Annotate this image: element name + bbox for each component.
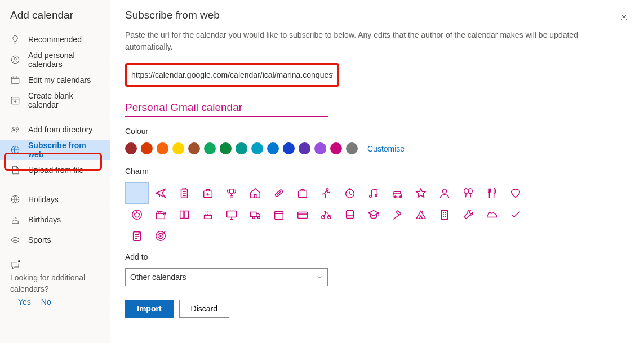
import-button[interactable]: Import — [125, 300, 174, 318]
colour-swatch[interactable] — [172, 142, 184, 154]
charm-trophy[interactable] — [220, 182, 243, 204]
charm-clock[interactable] — [338, 182, 362, 204]
svg-point-8 — [11, 238, 19, 243]
colour-swatch[interactable] — [157, 142, 168, 154]
colour-swatch[interactable] — [125, 142, 137, 154]
charm-music[interactable] — [362, 182, 385, 204]
charm-monitor[interactable] — [220, 204, 243, 225]
svg-rect-22 — [298, 212, 308, 218]
globe2-icon — [10, 194, 20, 204]
charm-calendar[interactable] — [267, 204, 291, 225]
svg-point-4 — [13, 127, 16, 130]
charm-star[interactable] — [409, 182, 433, 204]
sidebar-item-label: Holidays — [28, 195, 59, 204]
calendar-url-input[interactable] — [128, 66, 336, 84]
sidebar-item-label: Recommended — [28, 35, 82, 44]
calendar-name-input[interactable] — [125, 99, 328, 117]
charm-clapper[interactable] — [149, 204, 172, 225]
note-icon — [131, 230, 143, 242]
charm-balloons[interactable] — [456, 182, 480, 204]
charm-heart[interactable] — [504, 182, 527, 204]
close-button[interactable] — [615, 8, 633, 26]
charm-pill[interactable] — [267, 182, 291, 204]
charm-label: Charm — [125, 167, 629, 176]
person-icon — [438, 187, 451, 199]
colour-swatch[interactable] — [314, 142, 326, 154]
sidebar-item-create-blank[interactable]: Create blank calendar — [0, 90, 110, 110]
gavel-icon — [391, 208, 403, 221]
charm-cutlery[interactable] — [480, 182, 504, 204]
charm-briefcase[interactable] — [291, 182, 314, 204]
sidebar-item-edit[interactable]: Edit my calendars — [0, 70, 110, 90]
sidebar-item-label: Subscribe from web — [28, 141, 100, 159]
charm-tent[interactable] — [409, 204, 433, 225]
colour-swatch[interactable] — [188, 142, 200, 154]
charm-soccer[interactable] — [125, 204, 149, 225]
addto-select[interactable]: Other calendars — [125, 268, 328, 286]
sidebar-item-sports[interactable]: Sports — [0, 230, 110, 250]
colour-swatch[interactable] — [251, 142, 263, 154]
charm-book[interactable] — [172, 204, 196, 225]
charm-wrench[interactable] — [456, 204, 480, 225]
main-panel: Subscribe from web Paste the url for the… — [110, 0, 644, 343]
bike-icon — [320, 208, 332, 221]
sidebar-item-birthdays[interactable]: Birthdays — [0, 210, 110, 230]
colour-swatch[interactable] — [141, 142, 153, 154]
colour-swatch[interactable] — [283, 142, 295, 154]
soccer-icon — [131, 208, 143, 221]
svg-point-17 — [468, 189, 472, 194]
close-icon — [620, 13, 628, 21]
sidebar-item-label: Upload from file — [28, 166, 83, 175]
page-description: Paste the url for the calendar you would… — [125, 29, 587, 53]
charm-person[interactable] — [433, 182, 456, 204]
colour-swatch[interactable] — [330, 142, 342, 154]
clipboard-icon — [178, 187, 190, 199]
colour-swatch[interactable] — [236, 142, 247, 154]
charm-none[interactable] — [125, 182, 149, 204]
cake2-icon — [202, 208, 214, 221]
sidebar-item-holidays[interactable]: Holidays — [0, 189, 110, 210]
feedback-no[interactable]: No — [41, 297, 51, 308]
colour-label: Colour — [125, 127, 629, 136]
charm-building[interactable] — [433, 204, 456, 225]
charm-plane[interactable] — [149, 182, 172, 204]
sidebar: Add calendar Recommended Add personal ca… — [0, 0, 110, 343]
feedback-yes[interactable]: Yes — [18, 297, 31, 308]
graduation-icon — [367, 208, 380, 221]
charm-check[interactable] — [504, 204, 527, 225]
colour-swatch[interactable] — [346, 142, 358, 154]
svg-point-30 — [160, 235, 161, 237]
colour-swatch[interactable] — [267, 142, 279, 154]
charm-note[interactable] — [125, 225, 149, 247]
colour-swatch[interactable] — [299, 142, 310, 154]
svg-rect-26 — [442, 211, 448, 220]
charm-car[interactable] — [385, 182, 409, 204]
discard-button[interactable]: Discard — [179, 300, 229, 318]
charm-shoe[interactable] — [480, 204, 504, 225]
charm-running[interactable] — [314, 182, 338, 204]
charm-card[interactable] — [291, 204, 314, 225]
sidebar-item-upload[interactable]: Upload from file — [0, 160, 110, 180]
cake-icon — [10, 215, 20, 225]
charm-medkit[interactable] — [196, 182, 220, 204]
charm-clipboard[interactable] — [172, 182, 196, 204]
charm-bike[interactable] — [314, 204, 338, 225]
charm-truck[interactable] — [243, 204, 267, 225]
feedback-text: Looking for additional calendars? — [10, 273, 85, 293]
card-icon — [296, 208, 309, 221]
charm-bus[interactable] — [338, 204, 362, 225]
colour-swatch[interactable] — [220, 142, 232, 154]
charm-target[interactable] — [149, 225, 172, 247]
charm-cake[interactable] — [196, 204, 220, 225]
sidebar-item-add-personal[interactable]: Add personal calendars — [0, 50, 110, 70]
charm-gavel[interactable] — [385, 204, 409, 225]
sidebar-item-subscribe-web[interactable]: Subscribe from web — [0, 140, 110, 160]
charm-graduation[interactable] — [362, 204, 385, 225]
colour-swatch[interactable] — [204, 142, 216, 154]
customise-link[interactable]: Customise — [367, 144, 405, 153]
sidebar-item-recommended[interactable]: Recommended — [0, 29, 110, 50]
briefcase-icon — [296, 187, 309, 199]
sidebar-item-directory[interactable]: Add from directory — [0, 119, 110, 140]
charm-home[interactable] — [243, 182, 267, 204]
heart-icon — [509, 187, 522, 199]
